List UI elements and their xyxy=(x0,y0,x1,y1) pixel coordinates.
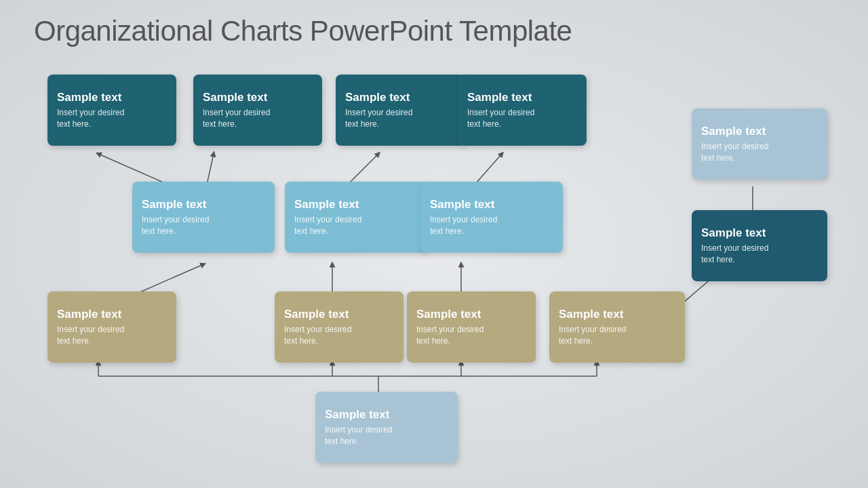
card-r2c1-sub: Insert your desiredtext here. xyxy=(142,214,265,236)
chart-area: Sample text Insert your desiredtext here… xyxy=(20,68,848,474)
card-r2c1-title: Sample text xyxy=(142,198,265,211)
card-right-mid: Sample text Insert your desiredtext here… xyxy=(692,210,827,281)
card-right-top-title: Sample text xyxy=(701,125,818,138)
card-r2c2-sub: Insert your desiredtext here. xyxy=(294,214,418,236)
card-r2c3-sub: Insert your desiredtext here. xyxy=(430,214,553,236)
card-right-mid-title: Sample text xyxy=(701,226,818,240)
card-r2c2-title: Sample text xyxy=(294,198,418,211)
card-r3c2-title: Sample text xyxy=(284,308,394,321)
card-r1c3-title: Sample text xyxy=(345,91,455,104)
card-bottom-center: Sample text Insert your desiredtext here… xyxy=(315,392,458,463)
card-r1c1-sub: Insert your desiredtext here. xyxy=(57,107,167,129)
card-r1c2-sub: Insert your desiredtext here. xyxy=(203,107,313,129)
card-r3c3-sub: Insert your desiredtext here. xyxy=(416,324,526,346)
card-r3c1-title: Sample text xyxy=(57,308,167,321)
card-r1c4-title: Sample text xyxy=(467,91,577,104)
card-r1c1: Sample text Insert your desiredtext here… xyxy=(47,75,176,146)
card-right-mid-sub: Insert your desiredtext here. xyxy=(701,243,818,264)
card-r2c1: Sample text Insert your desiredtext here… xyxy=(132,182,275,253)
card-right-top: Sample text Insert your desiredtext here… xyxy=(692,108,827,180)
card-r2c3-title: Sample text xyxy=(430,198,553,211)
card-r3c3-title: Sample text xyxy=(416,308,526,321)
card-r3c2-sub: Insert your desiredtext here. xyxy=(284,324,394,346)
card-r3c1-sub: Insert your desiredtext here. xyxy=(57,324,167,346)
card-right-top-sub: Insert your desiredtext here. xyxy=(701,141,818,163)
card-bottom-center-title: Sample text xyxy=(325,408,448,422)
card-r1c2: Sample text Insert your desiredtext here… xyxy=(193,75,322,146)
card-r1c2-title: Sample text xyxy=(203,91,313,104)
card-r3c4-sub: Insert your desiredtext here. xyxy=(559,324,675,346)
card-r1c4-sub: Insert your desiredtext here. xyxy=(467,107,577,129)
card-r3c4: Sample text Insert your desiredtext here… xyxy=(549,291,685,363)
card-r3c1: Sample text Insert your desiredtext here… xyxy=(47,291,176,363)
card-r1c1-title: Sample text xyxy=(57,91,167,104)
card-r3c4-title: Sample text xyxy=(559,308,675,321)
card-r3c3: Sample text Insert your desiredtext here… xyxy=(407,291,536,363)
card-r2c2: Sample text Insert your desiredtext here… xyxy=(285,182,427,253)
card-r2c3: Sample text Insert your desiredtext here… xyxy=(420,182,563,253)
card-bottom-center-sub: Insert your desiredtext here. xyxy=(325,424,448,446)
card-r1c3-sub: Insert your desiredtext here. xyxy=(345,107,455,129)
page-title: Organizational Charts PowerPoint Templat… xyxy=(34,15,572,47)
card-r3c2: Sample text Insert your desiredtext here… xyxy=(275,291,403,363)
card-r1c4: Sample text Insert your desiredtext here… xyxy=(458,75,587,146)
card-r1c3: Sample text Insert your desiredtext here… xyxy=(336,75,465,146)
